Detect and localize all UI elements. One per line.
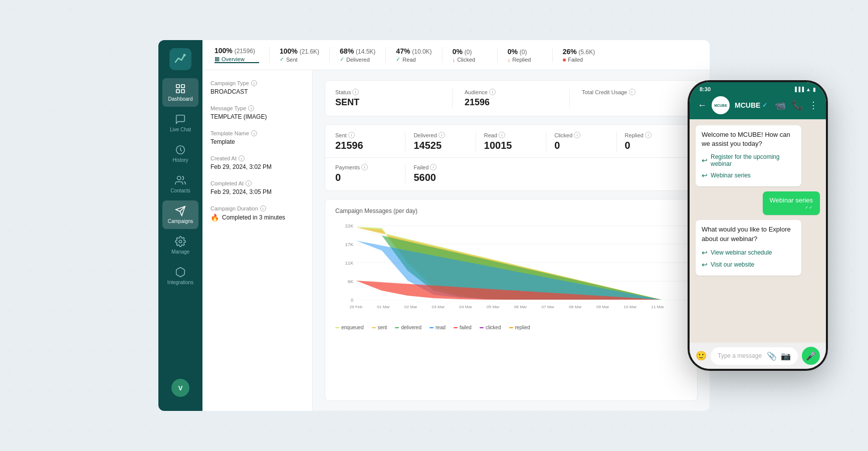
duration-info-icon[interactable]: i (260, 205, 266, 211)
replied-info-icon[interactable]: i (645, 132, 652, 138)
stat-failed-percent: 26% (5.6K) (563, 48, 598, 56)
sidebar-item-history[interactable]: History (162, 139, 198, 168)
legend-read: read (429, 325, 446, 330)
attachment-icon[interactable]: 📎 (767, 351, 777, 361)
payments-metric: Payments i 0 (335, 164, 405, 183)
failed-value: 5600 (413, 172, 468, 183)
svg-text:6K: 6K (348, 279, 353, 284)
stat-replied[interactable]: 0% (0) ↓ Replied (498, 48, 553, 63)
stat-delivered[interactable]: 68% (14.5K) ✓ Delivered (330, 47, 386, 63)
status-label: Status i (335, 89, 440, 95)
link-visit-website[interactable]: ↩ Visit our website (702, 259, 795, 271)
sidebar-item-contacts-label: Contacts (170, 188, 190, 193)
stats-bar: 100% (21596) ▦ Overview 100% (21.6K) ✓ S… (202, 40, 710, 70)
svg-rect-3 (176, 90, 179, 93)
voice-call-icon[interactable]: 📞 (792, 100, 803, 111)
emoji-icon[interactable]: 🙂 (696, 350, 707, 361)
svg-text:05 Mar: 05 Mar (487, 305, 500, 309)
stat-failed[interactable]: 26% (5.6K) ■ Failed (553, 48, 608, 63)
read-info-icon[interactable]: i (499, 132, 505, 138)
link-webinar-schedule[interactable]: ↩ View webinar schedule (702, 247, 795, 259)
stat-delivered-label: ✓ Delivered (340, 56, 375, 63)
stat-sent[interactable]: 100% (21.6K) ✓ Sent (270, 47, 330, 63)
sidebar-item-dashboard[interactable]: Dashboard (162, 78, 198, 107)
main-content: 100% (21596) ▦ Overview 100% (21.6K) ✓ S… (202, 40, 710, 411)
sidebar-item-manage[interactable]: Manage (162, 231, 198, 260)
phone-input-bar: 🙂 Type a message 📎 📷 🎤 (690, 343, 826, 369)
campaign-type-value: BROADCAST (210, 88, 304, 95)
svg-text:11K: 11K (345, 261, 354, 266)
welcome-bubble: Welcome to MCUBE! How can we assist you … (696, 125, 801, 186)
sidebar-item-integrations[interactable]: Integrations (162, 262, 198, 290)
audience-info-icon[interactable]: i (489, 89, 496, 95)
phone-message-input[interactable]: Type a message 📎 📷 (711, 347, 798, 365)
svg-point-6 (177, 176, 181, 180)
stat-clicked-label: ↓ Clicked (453, 57, 487, 63)
duration-badge: 🔥 Completed in 3 minutes (210, 213, 304, 221)
stat-clicked[interactable]: 0% (0) ↓ Clicked (443, 48, 498, 63)
completed-at-info-icon[interactable]: i (246, 180, 252, 186)
legend-delivered: delivered (395, 325, 421, 330)
video-call-icon[interactable]: 📹 (775, 100, 786, 111)
right-panel: Status i SENT Audience i 21596 (313, 70, 710, 411)
payments-value: 0 (335, 172, 397, 183)
link-webinar-register[interactable]: ↩ Register for the upcoming webinar (702, 151, 795, 169)
link-webinar-series[interactable]: ↩ Webinar series (702, 169, 795, 181)
svg-text:29 Feb: 29 Feb (349, 305, 362, 309)
stat-overview[interactable]: 100% (21596) ▦ Overview (214, 47, 270, 63)
svg-point-7 (179, 240, 182, 243)
message-type-info-icon[interactable]: i (248, 105, 254, 111)
failed-label: Failed i (413, 164, 468, 170)
question-text: What would you like to Explore about our… (702, 225, 795, 243)
svg-rect-2 (181, 85, 184, 88)
delivered-value: 14525 (413, 140, 467, 151)
legend-failed: failed (454, 325, 472, 330)
link-icon-3: ↩ (702, 249, 708, 257)
template-name-info-icon[interactable]: i (251, 130, 257, 136)
more-options-icon[interactable]: ⋮ (809, 100, 818, 111)
sidebar-item-livechat[interactable]: Live Chat (162, 109, 198, 137)
chart-legend: enqueued sent delivered read (335, 325, 687, 330)
phone-contact-avatar: MCUBE (712, 96, 730, 114)
phone-status-bar: 8:30 ▐▐▐ ▲ ▮ (690, 82, 826, 92)
svg-text:06 Mar: 06 Mar (514, 305, 527, 309)
stat-replied-percent: 0% (0) (508, 48, 542, 56)
phone-mic-button[interactable]: 🎤 (802, 347, 820, 365)
template-name-label: Template Name i (210, 130, 304, 136)
campaign-type-info-icon[interactable]: i (251, 80, 257, 86)
user-avatar[interactable]: V (171, 379, 189, 397)
phone-time: 8:30 (700, 86, 711, 92)
campaign-type-group: Campaign Type i BROADCAST (210, 80, 304, 95)
clicked-info-icon[interactable]: i (574, 132, 580, 138)
sidebar-item-campaigns[interactable]: Campaigns (162, 200, 198, 229)
svg-text:01 Mar: 01 Mar (377, 305, 390, 309)
status-value: SENT (335, 97, 440, 108)
stat-failed-label: ■ Failed (563, 57, 598, 63)
phone-contact-name: MCUBE ✓ (735, 101, 770, 109)
failed-info-icon[interactable]: i (430, 164, 437, 170)
audience-value: 21596 (465, 97, 557, 108)
read-value: 10015 (484, 140, 538, 151)
camera-icon[interactable]: 📷 (781, 351, 791, 361)
legend-replied: replied (509, 325, 530, 330)
created-at-info-icon[interactable]: i (239, 155, 245, 161)
stat-read-label: ✓ Read (396, 56, 431, 63)
stat-read[interactable]: 47% (10.0K) ✓ Read (386, 47, 442, 63)
svg-text:22K: 22K (345, 223, 354, 229)
status-info-icon[interactable]: i (352, 89, 359, 95)
sidebar-item-contacts[interactable]: Contacts (162, 170, 198, 198)
delivered-info-icon[interactable]: i (439, 132, 445, 138)
payments-info-icon[interactable]: i (361, 164, 368, 170)
svg-text:17K: 17K (345, 242, 354, 247)
legend-enqueued: enqueued (335, 325, 364, 330)
duration-value: Completed in 3 minutes (222, 214, 285, 221)
credit-info-icon[interactable]: i (629, 89, 635, 95)
created-at-value: Feb 29, 2024, 3:02 PM (210, 163, 304, 170)
battery-icon: ▮ (813, 87, 816, 92)
phone-back-button[interactable]: ← (698, 100, 707, 111)
sent-info-icon[interactable]: i (348, 132, 355, 138)
audience-card: Audience i 21596 (453, 89, 570, 108)
completed-at-value: Feb 29, 2024, 3:05 PM (210, 188, 304, 195)
svg-text:03 Mar: 03 Mar (432, 305, 445, 309)
legend-clicked: clicked (480, 325, 501, 330)
